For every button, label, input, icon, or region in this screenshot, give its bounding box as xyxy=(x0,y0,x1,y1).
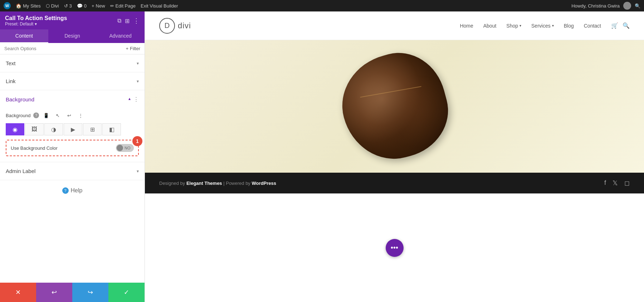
site-logo[interactable]: D divi xyxy=(159,18,191,34)
nav-item-blog[interactable]: Blog xyxy=(564,23,574,29)
bread-image xyxy=(331,43,458,170)
background-section-content: Background ? 📱 ↖ ↩ ⋮ ◉ 🖼 ◑ ▶ ⊞ ◧ xyxy=(0,108,145,162)
admin-user-label: Howdy, Christina Gwira xyxy=(571,3,620,9)
help-circle-icon: ? xyxy=(62,187,69,194)
bread-texture xyxy=(331,43,458,170)
search-bar: + Filter xyxy=(0,43,145,54)
panel-title-group: Call To Action Settings Preset: Default … xyxy=(5,15,67,27)
redo-button[interactable]: ↪ xyxy=(72,283,108,302)
help-link[interactable]: ? Help xyxy=(0,180,145,201)
background-mobile-icon[interactable]: 📱 xyxy=(42,111,50,120)
background-chevron-icon: ▾ xyxy=(128,97,131,102)
shop-dropdown-icon: ▾ xyxy=(519,24,521,28)
text-chevron-icon: ▾ xyxy=(137,61,139,66)
site-footer: Designed by Elegant Themes | Powered by … xyxy=(145,173,644,193)
admin-label-chevron-icon: ▾ xyxy=(137,169,139,174)
site-nav: Home About Shop ▾ Services ▾ Blog Contac xyxy=(460,22,630,29)
panel-content: Text ▾ Link ▾ Background ▾ ⋮ xyxy=(0,54,145,283)
copy-icon[interactable]: ⧉ xyxy=(117,18,121,24)
wp-logo-icon[interactable]: W xyxy=(4,2,11,9)
admin-bar-edit-page[interactable]: ✏ Edit Page xyxy=(110,3,136,9)
admin-label-section: Admin Label ▾ xyxy=(0,162,145,180)
use-background-color-box: Use Background Color NO 1 xyxy=(6,140,139,156)
admin-search-icon[interactable]: 🔍 xyxy=(635,3,640,9)
search-input[interactable] xyxy=(4,46,123,51)
admin-label-section-header[interactable]: Admin Label ▾ xyxy=(0,162,145,180)
hero-section xyxy=(145,40,644,173)
nav-icons: 🛒 🔍 xyxy=(611,22,630,29)
text-section-header[interactable]: Text ▾ xyxy=(0,54,145,72)
background-more-options-icon[interactable]: ⋮ xyxy=(76,111,85,120)
bg-type-color[interactable]: ◉ xyxy=(6,123,24,135)
more-options-icon[interactable]: ⋮ xyxy=(133,17,140,25)
save-icon: ✓ xyxy=(124,288,129,296)
bg-type-mask[interactable]: ◧ xyxy=(102,123,121,135)
nav-item-contact[interactable]: Contact xyxy=(584,23,601,29)
bg-type-pattern[interactable]: ⊞ xyxy=(83,123,102,135)
use-background-color-toggle[interactable]: NO xyxy=(116,144,134,152)
filter-plus-icon: + xyxy=(126,46,129,51)
comment-icon: 💬 xyxy=(77,3,83,9)
tab-content[interactable]: Content xyxy=(0,29,48,43)
floating-menu-button[interactable]: ••• xyxy=(386,239,404,257)
nav-item-about[interactable]: About xyxy=(483,23,497,29)
tab-design[interactable]: Design xyxy=(48,29,97,43)
panel-footer: ✕ ↩ ↪ ✓ xyxy=(0,283,145,302)
instagram-icon[interactable]: ◻ xyxy=(624,179,630,187)
bg-type-image[interactable]: 🖼 xyxy=(25,123,44,135)
home-icon: 🏠 xyxy=(16,3,21,9)
site-header: D divi Home About Shop ▾ Services ▾ xyxy=(145,11,644,40)
nav-item-home[interactable]: Home xyxy=(460,23,473,29)
divi-icon: ⬡ xyxy=(46,3,50,9)
undo-button[interactable]: ↩ xyxy=(36,283,72,302)
logo-circle: D xyxy=(159,18,175,34)
filter-button[interactable]: + Filter xyxy=(126,46,140,51)
background-arrow-icon[interactable]: ↖ xyxy=(53,111,62,120)
panel-header-icons: ⧉ ⊞ ⋮ xyxy=(117,17,140,25)
admin-bar-divi[interactable]: ⬡ Divi xyxy=(46,3,59,9)
toggle-circle xyxy=(117,145,123,151)
nav-item-shop[interactable]: Shop ▾ xyxy=(506,23,521,29)
user-avatar xyxy=(623,2,631,10)
wp-admin-bar: W 🏠 My Sites ⬡ Divi ↺ 3 💬 0 + New ✏ Edit… xyxy=(0,0,644,11)
footer-social: f 𝕏 ◻ xyxy=(604,179,630,187)
tab-advanced[interactable]: Advanced xyxy=(96,29,145,43)
background-row: Background ? 📱 ↖ ↩ ⋮ xyxy=(6,111,139,120)
facebook-icon[interactable]: f xyxy=(604,179,606,187)
cancel-button[interactable]: ✕ xyxy=(0,283,36,302)
link-chevron-icon: ▾ xyxy=(137,79,139,84)
bg-type-video[interactable]: ▶ xyxy=(64,123,82,135)
footer-text: Designed by Elegant Themes | Powered by … xyxy=(159,181,276,186)
admin-bar-refresh[interactable]: ↺ 3 xyxy=(64,3,72,9)
save-button[interactable]: ✓ xyxy=(108,283,145,302)
admin-bar-right: Howdy, Christina Gwira 🔍 xyxy=(571,2,640,10)
admin-bar-exit-builder[interactable]: Exit Visual Builder xyxy=(141,3,178,9)
cart-icon[interactable]: 🛒 xyxy=(611,22,618,29)
admin-bar-comments[interactable]: 💬 0 xyxy=(77,3,87,9)
search-icon[interactable]: 🔍 xyxy=(623,22,630,29)
text-section: Text ▾ xyxy=(0,54,145,72)
link-section-header[interactable]: Link ▾ xyxy=(0,72,145,90)
logo-text: divi xyxy=(178,21,191,30)
redo-icon: ↪ xyxy=(88,288,93,296)
background-type-icons: ◉ 🖼 ◑ ▶ ⊞ ◧ xyxy=(6,123,139,135)
admin-bar-new[interactable]: + New xyxy=(92,3,105,9)
refresh-icon: ↺ xyxy=(64,3,68,9)
background-undo-icon[interactable]: ↩ xyxy=(65,111,73,120)
background-section-header[interactable]: Background ▾ ⋮ xyxy=(0,90,145,108)
bg-type-gradient[interactable]: ◑ xyxy=(44,123,63,135)
site-content: Designed by Elegant Themes | Powered by … xyxy=(145,40,644,302)
admin-bar-mysites[interactable]: 🏠 My Sites xyxy=(16,3,41,9)
background-section: Background ▾ ⋮ Background ? 📱 ↖ ↩ ⋮ xyxy=(0,90,145,162)
settings-panel: Call To Action Settings Preset: Default … xyxy=(0,11,145,302)
background-more-icon[interactable]: ⋮ xyxy=(133,96,139,102)
badge-number: 1 xyxy=(132,136,142,146)
cancel-icon: ✕ xyxy=(15,288,21,296)
twitter-icon[interactable]: 𝕏 xyxy=(613,179,618,187)
pencil-icon: ✏ xyxy=(110,3,114,9)
background-help-btn[interactable]: ? xyxy=(33,112,39,118)
columns-icon[interactable]: ⊞ xyxy=(125,18,130,24)
nav-item-services[interactable]: Services ▾ xyxy=(531,23,554,29)
plus-icon: + xyxy=(92,3,94,9)
panel-preset[interactable]: Preset: Default ▾ xyxy=(5,21,67,27)
